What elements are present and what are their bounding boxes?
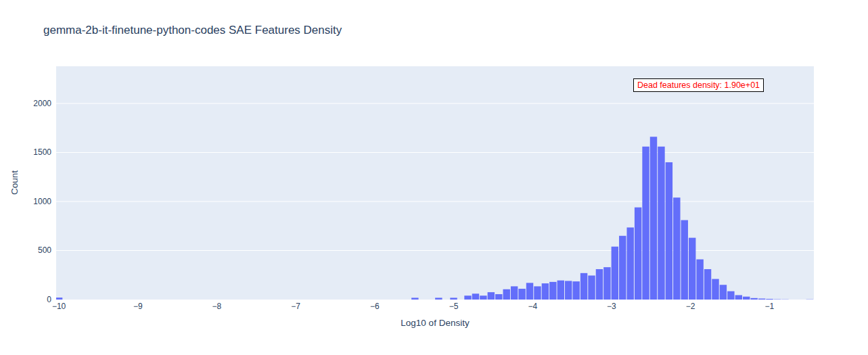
histogram-bar[interactable] [681, 220, 688, 300]
y-tick-label: 1500 [33, 147, 51, 157]
dead-features-annotation: Dead features density: 1.90e+01 [633, 78, 764, 92]
x-tick-label: −5 [449, 302, 459, 311]
x-tick-label: −1 [764, 302, 774, 311]
histogram-bar[interactable] [650, 137, 657, 300]
histogram-bar[interactable] [619, 236, 626, 300]
histogram-bar[interactable] [411, 298, 418, 300]
x-tick-labels: −10−9−8−7−6−5−4−3−2−1 [52, 302, 775, 311]
histogram-bar[interactable] [720, 285, 727, 300]
histogram-bar[interactable] [450, 298, 457, 300]
histogram-bar[interactable] [542, 283, 549, 300]
histogram-bar[interactable] [472, 293, 479, 300]
x-tick-label: −3 [607, 302, 616, 311]
x-tick-label: −9 [133, 302, 143, 311]
histogram-bar[interactable] [580, 273, 587, 300]
histogram-bar[interactable] [658, 147, 664, 300]
x-tick-label: −7 [291, 302, 300, 311]
histogram-bar[interactable] [488, 292, 495, 300]
histogram-bar[interactable] [464, 295, 471, 300]
histogram-bar[interactable] [712, 279, 718, 300]
histogram-bar[interactable] [758, 299, 765, 300]
histogram-bar[interactable] [526, 283, 533, 300]
histogram-bar[interactable] [596, 269, 603, 300]
histogram-bar[interactable] [503, 289, 510, 300]
x-tick-label: −8 [212, 302, 222, 311]
histogram-bar[interactable] [743, 297, 750, 300]
histogram-chart-canvas[interactable]: −10−9−8−7−6−5−4−3−2−10500100015002000 [0, 0, 868, 355]
histogram-bar[interactable] [766, 299, 773, 300]
histogram-bar[interactable] [495, 294, 502, 300]
histogram-bar[interactable] [588, 275, 595, 300]
histogram-bar[interactable] [696, 260, 703, 300]
histogram-bar[interactable] [55, 298, 62, 300]
histogram-bar[interactable] [735, 295, 742, 300]
histogram-bar[interactable] [572, 281, 579, 300]
histogram-bar[interactable] [557, 281, 564, 300]
x-tick-label: −4 [528, 302, 537, 311]
histogram-bar[interactable] [435, 298, 442, 300]
y-axis-title: Count [9, 170, 20, 195]
histogram-bar[interactable] [603, 267, 610, 300]
histogram-bar[interactable] [666, 162, 672, 300]
y-tick-label: 0 [47, 295, 51, 304]
histogram-bar[interactable] [689, 238, 695, 300]
histogram-bar[interactable] [534, 286, 541, 300]
histogram-bar[interactable] [727, 291, 734, 300]
y-tick-label: 1000 [33, 197, 51, 206]
histogram-bar[interactable] [612, 247, 618, 300]
histogram-bar[interactable] [635, 208, 641, 300]
histogram-bar[interactable] [518, 289, 525, 300]
histogram-bar[interactable] [626, 227, 633, 300]
x-tick-label: −10 [52, 302, 66, 311]
y-tick-labels: 0500100015002000 [33, 99, 51, 304]
histogram-bar[interactable] [480, 295, 486, 300]
histogram-bar[interactable] [750, 298, 757, 300]
histogram-bar[interactable] [673, 197, 680, 300]
y-tick-label: 2000 [33, 99, 51, 108]
histogram-bar[interactable] [642, 147, 649, 300]
y-tick-label: 500 [38, 245, 51, 255]
x-tick-label: −2 [686, 302, 695, 311]
x-tick-label: −6 [370, 302, 380, 311]
histogram-bar[interactable] [565, 281, 572, 300]
x-axis-title: Log10 of Density [327, 318, 543, 328]
figure-container: gemma-2b-it-finetune-python-codes SAE Fe… [0, 0, 868, 355]
histogram-bar[interactable] [549, 282, 556, 300]
histogram-bar[interactable] [704, 269, 711, 300]
histogram-bar[interactable] [511, 286, 518, 300]
